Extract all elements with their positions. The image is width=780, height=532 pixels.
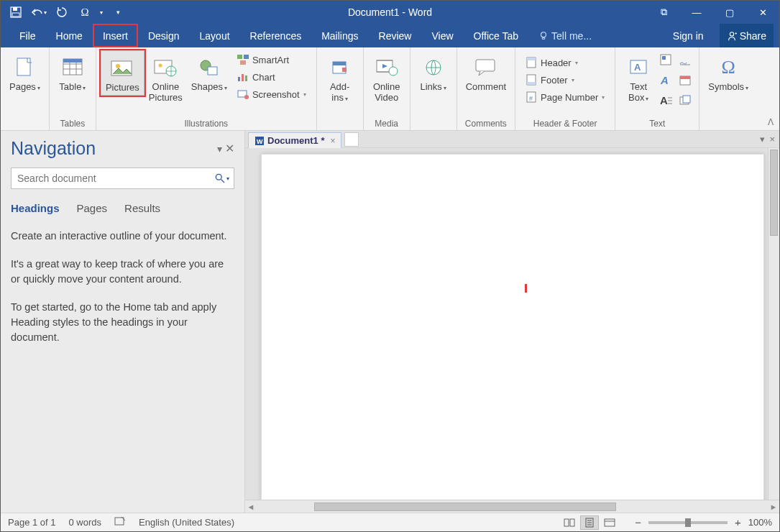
video-label: Online Video [373, 82, 400, 104]
scroll-right-button[interactable]: ► [768, 503, 779, 511]
nav-search-box[interactable]: ▾ [11, 168, 234, 189]
group-addins: Add- ins [317, 47, 364, 130]
nav-tab-headings[interactable]: Headings [11, 202, 60, 216]
doctab-close-all-button[interactable]: × [769, 134, 775, 145]
online-pictures-icon [152, 55, 178, 81]
screenshot-button[interactable]: Screenshot▾ [234, 86, 309, 102]
drop-cap-button[interactable]: A [659, 93, 674, 109]
shapes-button[interactable]: Shapes [187, 50, 231, 94]
page-number-button[interactable]: #Page Number▾ [523, 89, 607, 105]
close-button[interactable]: ✕ [746, 1, 779, 24]
status-page[interactable]: Page 1 of 1 [8, 517, 56, 528]
share-button[interactable]: Share [720, 24, 774, 47]
text-group-label: Text [620, 117, 694, 129]
text-box-button[interactable]: A Text Box [620, 50, 657, 105]
svg-text:W: W [257, 138, 263, 145]
ribbon-display-options-icon[interactable]: ⧉ [647, 1, 680, 24]
status-words[interactable]: 0 words [69, 517, 102, 528]
date-time-button[interactable] [677, 73, 693, 88]
status-proofing-icon[interactable] [114, 516, 126, 528]
chart-button[interactable]: Chart [234, 69, 309, 85]
zoom-slider[interactable] [648, 521, 728, 524]
links-button[interactable]: Links [415, 50, 452, 94]
search-button[interactable]: ▾ [215, 173, 229, 183]
zoom-slider-thumb[interactable] [685, 518, 691, 527]
nav-tab-pages[interactable]: Pages [77, 202, 108, 216]
nav-options-button[interactable]: ▾ [217, 143, 222, 155]
zoom-value[interactable]: 100% [748, 517, 772, 528]
document-tab[interactable]: W Document1 * × [248, 132, 341, 148]
doctab-close-button[interactable]: × [330, 136, 335, 146]
footer-button[interactable]: Footer▾ [523, 72, 607, 88]
quick-parts-button[interactable] [659, 52, 674, 68]
page-icon [12, 55, 37, 81]
doctab-menu-button[interactable]: ▾ [760, 134, 765, 145]
hscroll-thumb[interactable] [314, 503, 616, 511]
screenshot-label: Screenshot [252, 89, 300, 100]
read-mode-button[interactable] [560, 515, 579, 530]
comments-group-label: Comments [462, 117, 510, 129]
pages-button[interactable]: Pages [5, 50, 45, 94]
collapse-ribbon-button[interactable]: ᐱ [768, 117, 774, 127]
svg-rect-1 [13, 7, 17, 11]
page-viewport[interactable] [245, 148, 779, 500]
symbols-button[interactable]: Ω Symbols [704, 50, 753, 94]
new-doctab-button[interactable] [344, 132, 359, 147]
online-pictures-button[interactable]: Online Pictures [144, 50, 187, 105]
video-icon [374, 55, 400, 81]
maximize-button[interactable]: ▢ [713, 1, 746, 24]
tab-office[interactable]: Office Tab [464, 24, 529, 47]
tab-view[interactable]: View [421, 24, 463, 47]
links-label: Links [420, 82, 446, 93]
object-button[interactable] [677, 93, 693, 109]
table-button[interactable]: Table [54, 50, 91, 94]
addins-button[interactable]: Add- ins [321, 50, 359, 105]
pages-label: Pages [9, 82, 40, 93]
tab-review[interactable]: Review [369, 24, 422, 47]
hscroll-track[interactable] [257, 503, 768, 511]
scrollbar-thumb[interactable] [770, 150, 778, 236]
tell-me-search[interactable]: Tell me... [528, 24, 602, 47]
tab-references[interactable]: References [240, 24, 312, 47]
tab-file[interactable]: File [9, 24, 46, 47]
tab-insert[interactable]: Insert [93, 24, 138, 47]
word-doc-icon: W [254, 136, 265, 146]
scroll-left-button[interactable]: ◄ [245, 503, 257, 511]
comment-button[interactable]: Comment [462, 50, 510, 94]
zoom-in-button[interactable]: + [732, 516, 744, 528]
sign-in-link[interactable]: Sign in [663, 30, 714, 42]
web-layout-button[interactable] [600, 515, 619, 530]
nav-close-button[interactable]: ✕ [225, 142, 234, 155]
repeat-icon[interactable] [54, 4, 70, 20]
minimize-button[interactable]: — [680, 1, 713, 24]
tab-design[interactable]: Design [138, 24, 190, 47]
svg-point-4 [730, 32, 733, 35]
wordart-button[interactable]: A [659, 73, 674, 88]
smartart-button[interactable]: SmartArt [234, 52, 309, 68]
nav-tab-results[interactable]: Results [124, 202, 160, 216]
signature-line-button[interactable] [677, 52, 693, 68]
print-layout-button[interactable] [580, 515, 599, 530]
tab-mailings[interactable]: Mailings [311, 24, 368, 47]
group-symbols: Ω Symbols [699, 47, 757, 130]
tab-home[interactable]: Home [46, 24, 93, 47]
zoom-out-button[interactable]: − [632, 516, 644, 528]
document-page[interactable] [261, 154, 764, 500]
symbol-menu[interactable]: Ω [77, 4, 93, 20]
save-icon[interactable] [8, 4, 24, 20]
online-video-button[interactable]: Online Video [368, 50, 405, 105]
pictures-button[interactable]: Pictures [101, 50, 144, 96]
status-language[interactable]: English (United States) [139, 517, 234, 528]
svg-rect-18 [238, 77, 240, 81]
search-input[interactable] [16, 172, 215, 185]
document-tab-strip: W Document1 * × ▾ × [245, 131, 779, 148]
undo-icon[interactable]: ▾ [31, 4, 47, 20]
horizontal-scrollbar[interactable]: ◄ ► [245, 500, 779, 513]
header-button[interactable]: Header▾ [523, 55, 607, 70]
svg-rect-29 [476, 60, 495, 71]
vertical-scrollbar[interactable] [768, 148, 779, 500]
window-controls: ⧉ — ▢ ✕ [647, 1, 779, 24]
qat-customize[interactable]: ▾ [110, 4, 126, 20]
footer-label: Footer [541, 75, 568, 86]
tab-layout[interactable]: Layout [190, 24, 240, 47]
